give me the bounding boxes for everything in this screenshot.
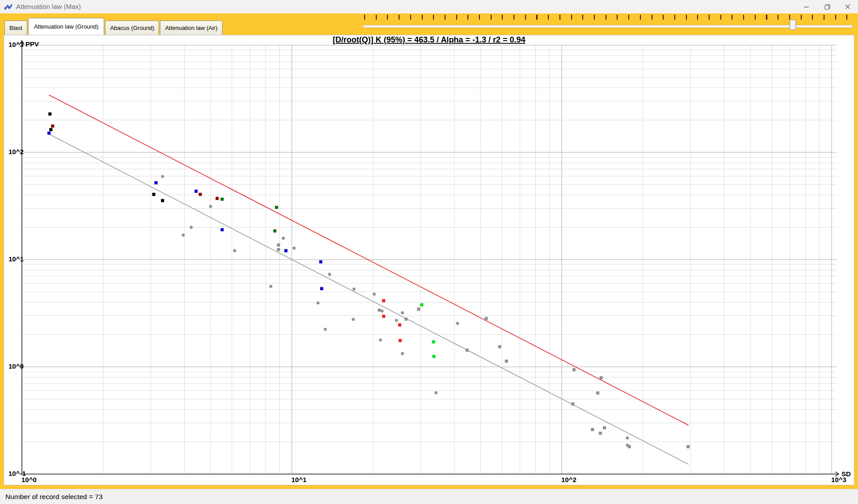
app-window: Attenuation law (Max) Blast Attenuation … <box>0 0 858 504</box>
window-title: Attenuation law (Max) <box>16 3 81 10</box>
tab-band: Blast Attenuation law (Ground) Abacus (G… <box>0 13 858 35</box>
minimize-icon <box>804 4 809 9</box>
y-axis-label: PPV <box>25 40 39 48</box>
y-tick-labels: 10^310^210^110^010^-1 <box>8 41 26 477</box>
tab-blast[interactable]: Blast <box>4 21 27 35</box>
series-dark-red <box>51 125 219 200</box>
zoom-ruler-ticks <box>364 15 854 20</box>
axes <box>20 41 839 476</box>
series-gray-squares <box>277 244 690 449</box>
zoom-slider-thumb[interactable] <box>790 20 796 30</box>
gridlines <box>22 45 837 474</box>
close-button[interactable] <box>837 0 858 13</box>
chart-panel: 10^310^210^110^010^-110^010^110^210^3PPV… <box>4 35 854 485</box>
blast-app-icon <box>4 3 13 10</box>
svg-text:10^1: 10^1 <box>291 476 307 483</box>
fit-line-mean-fit <box>48 134 689 464</box>
svg-text:10^0: 10^0 <box>8 362 24 370</box>
record-count-text: Number of record selected = 73 <box>5 493 103 501</box>
chart-title: [D/root(Q)] K (95%) = 463.5 / Alpha = -1… <box>333 35 526 44</box>
chart-plot-area[interactable]: 10^310^210^110^010^-110^010^110^210^3PPV… <box>4 35 854 485</box>
close-icon <box>845 4 850 9</box>
status-bar: Number of record selected = 73 <box>0 489 858 504</box>
zoom-slider-track[interactable] <box>363 25 853 28</box>
minimize-button[interactable] <box>796 0 817 13</box>
maximize-button[interactable] <box>817 0 837 13</box>
series-red <box>382 299 402 342</box>
svg-text:10^2: 10^2 <box>561 476 576 483</box>
svg-text:10^3: 10^3 <box>8 41 24 48</box>
series-blue <box>47 132 323 290</box>
series-bright-green <box>420 303 435 358</box>
tab-strip: Blast Attenuation law (Ground) Abacus (G… <box>4 18 223 35</box>
svg-text:10^0: 10^0 <box>21 476 37 483</box>
x-axis-label: SD <box>841 470 851 478</box>
fit-line-95%-envelope <box>49 95 689 425</box>
restore-icon <box>824 4 830 10</box>
tab-attenuation-law-air[interactable]: Attenuation law (Air) <box>160 21 222 35</box>
tab-abacus-ground[interactable]: Abacus (Ground) <box>105 21 159 35</box>
tab-attenuation-law-ground[interactable]: Attenuation law (Ground) <box>28 18 105 35</box>
series-gray-dots <box>161 175 629 446</box>
svg-text:10^2: 10^2 <box>8 148 24 155</box>
window-controls <box>796 0 858 13</box>
svg-text:10^1: 10^1 <box>8 255 24 263</box>
x-tick-labels: 10^010^110^210^3 <box>21 476 846 483</box>
titlebar: Attenuation law (Max) <box>0 0 858 13</box>
